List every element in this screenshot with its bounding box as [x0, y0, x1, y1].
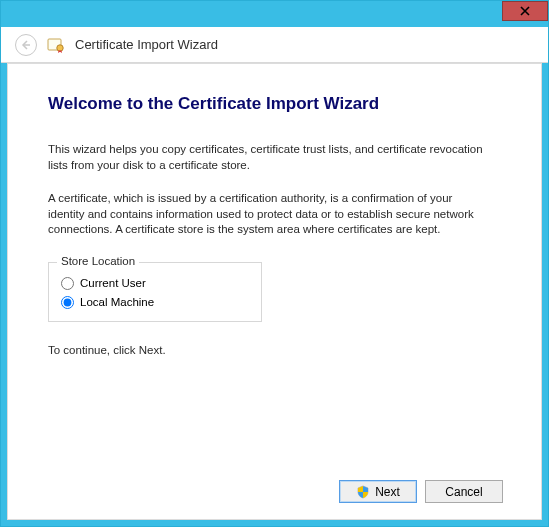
cancel-button[interactable]: Cancel	[425, 480, 503, 503]
radio-current-user[interactable]: Current User	[61, 277, 249, 290]
svg-point-1	[57, 44, 63, 50]
continue-hint: To continue, click Next.	[48, 344, 503, 356]
wizard-title: Certificate Import Wizard	[75, 37, 218, 52]
intro-paragraph-2: A certificate, which is issued by a cert…	[48, 191, 488, 238]
next-button-label: Next	[375, 485, 400, 499]
radio-local-machine[interactable]: Local Machine	[61, 296, 249, 309]
cancel-button-label: Cancel	[445, 485, 482, 499]
radio-current-user-input[interactable]	[61, 277, 74, 290]
certificate-icon	[47, 37, 65, 53]
titlebar	[1, 1, 548, 27]
close-button[interactable]	[502, 1, 548, 21]
page-heading: Welcome to the Certificate Import Wizard	[48, 94, 503, 114]
back-arrow-icon	[20, 39, 32, 51]
window-frame: Certificate Import Wizard Welcome to the…	[0, 0, 549, 527]
radio-local-machine-input[interactable]	[61, 296, 74, 309]
header-strip: Certificate Import Wizard	[1, 27, 548, 63]
uac-shield-icon	[356, 485, 370, 499]
store-location-legend: Store Location	[57, 255, 139, 267]
next-button[interactable]: Next	[339, 480, 417, 503]
radio-current-user-label: Current User	[80, 277, 146, 289]
radio-local-machine-label: Local Machine	[80, 296, 154, 308]
back-button	[15, 34, 37, 56]
store-location-group: Store Location Current User Local Machin…	[48, 262, 262, 322]
close-icon	[520, 6, 530, 16]
button-row: Next Cancel	[48, 470, 503, 503]
intro-paragraph-1: This wizard helps you copy certificates,…	[48, 142, 488, 173]
content-area: Welcome to the Certificate Import Wizard…	[7, 63, 542, 520]
